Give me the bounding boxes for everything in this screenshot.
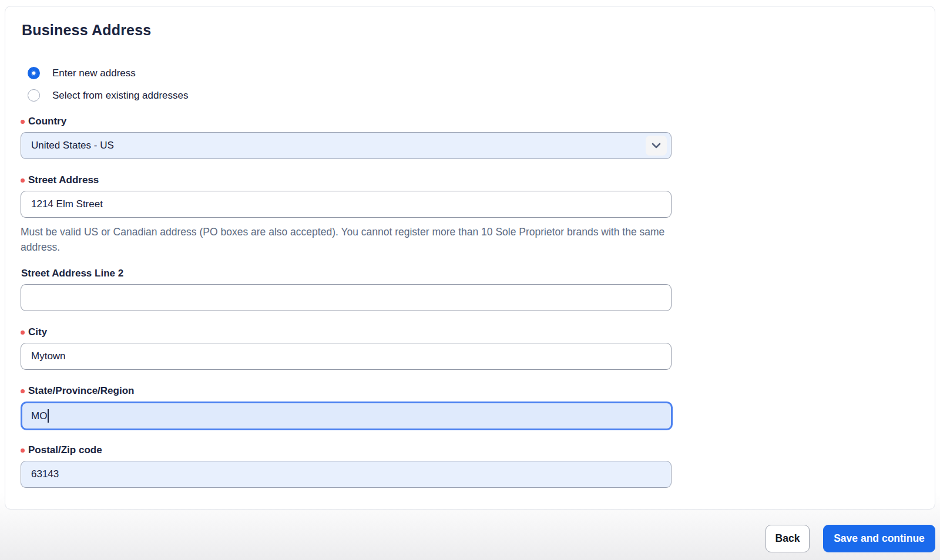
page: Business Address Enter new address Selec… bbox=[0, 0, 940, 560]
address-mode-radio-group: Enter new address Select from existing a… bbox=[21, 67, 918, 102]
radio-option-select-existing-address[interactable]: Select from existing addresses bbox=[28, 89, 918, 102]
state-label: State/Province/Region bbox=[28, 385, 134, 397]
state-field-block: State/Province/Region MO bbox=[21, 385, 672, 430]
street-address-label-row: Street Address bbox=[21, 174, 672, 186]
business-address-card: Business Address Enter new address Selec… bbox=[5, 6, 935, 510]
state-input-value: MO bbox=[31, 410, 47, 422]
street-address-2-input[interactable] bbox=[21, 284, 672, 311]
country-select[interactable]: United States - US bbox=[21, 132, 672, 159]
postal-label-row: Postal/Zip code bbox=[21, 444, 672, 456]
street-address-2-label-row: Street Address Line 2 bbox=[21, 268, 672, 279]
required-dot-icon bbox=[21, 330, 25, 335]
required-dot-icon bbox=[21, 389, 25, 393]
state-input[interactable]: MO bbox=[21, 402, 673, 430]
radio-unselected-icon[interactable] bbox=[28, 89, 40, 102]
postal-field-block: Postal/Zip code bbox=[21, 444, 672, 488]
city-label-row: City bbox=[21, 326, 672, 338]
country-label: Country bbox=[28, 116, 66, 127]
radio-option-label: Enter new address bbox=[52, 68, 136, 79]
radio-option-label: Select from existing addresses bbox=[52, 90, 189, 102]
state-label-row: State/Province/Region bbox=[21, 385, 672, 397]
required-dot-icon bbox=[21, 448, 25, 453]
save-and-continue-button[interactable]: Save and continue bbox=[823, 525, 935, 552]
country-field-block: Country United States - US bbox=[21, 116, 672, 159]
street-address-input[interactable] bbox=[21, 191, 672, 218]
radio-option-enter-new-address[interactable]: Enter new address bbox=[28, 67, 918, 79]
country-selected-value: United States - US bbox=[31, 140, 646, 151]
back-button[interactable]: Back bbox=[766, 525, 810, 552]
footer-action-bar: Back Save and continue bbox=[0, 510, 940, 552]
country-label-row: Country bbox=[21, 116, 672, 127]
city-field-block: City bbox=[21, 326, 672, 370]
chevron-down-icon bbox=[652, 143, 661, 149]
street-address-field-block: Street Address Must be valid US or Canad… bbox=[21, 174, 672, 255]
street-address-2-label: Street Address Line 2 bbox=[21, 268, 123, 279]
street-address-2-field-block: Street Address Line 2 bbox=[21, 268, 672, 311]
required-dot-icon bbox=[21, 178, 25, 183]
required-dot-icon bbox=[21, 120, 25, 124]
text-cursor bbox=[48, 409, 49, 423]
country-expand-button[interactable] bbox=[646, 136, 667, 156]
city-input[interactable] bbox=[21, 343, 672, 370]
city-label: City bbox=[28, 326, 47, 338]
page-title: Business Address bbox=[22, 22, 918, 39]
radio-selected-icon[interactable] bbox=[28, 67, 40, 79]
postal-label: Postal/Zip code bbox=[28, 444, 102, 456]
street-address-helper-text: Must be valid US or Canadian address (PO… bbox=[21, 224, 672, 255]
postal-input[interactable] bbox=[21, 461, 672, 488]
street-address-label: Street Address bbox=[28, 174, 99, 186]
